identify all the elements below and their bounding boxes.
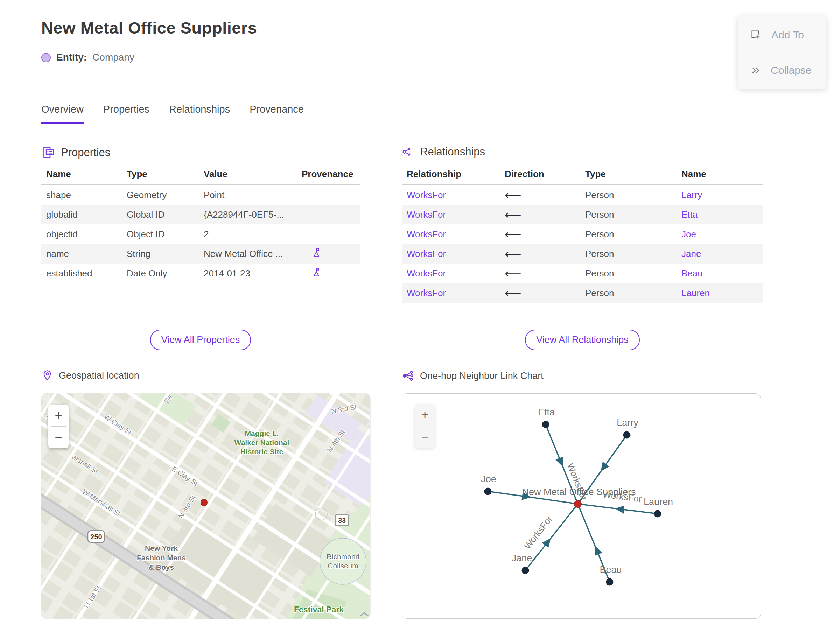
- relationship-link[interactable]: WorksFor: [402, 268, 500, 279]
- graph-node-center[interactable]: [574, 501, 582, 508]
- tab-properties[interactable]: Properties: [103, 103, 150, 124]
- relationships-table: Relationship Direction Type Name WorksFo…: [402, 168, 763, 303]
- entity-detail-page: New Metal Office Suppliers Entity: Compa…: [0, 0, 840, 639]
- zoom-out-button[interactable]: −: [48, 427, 68, 448]
- prop-name: objectid: [41, 229, 122, 240]
- properties-section-header: Properties: [41, 146, 110, 160]
- poi-label: Festival Park: [294, 605, 344, 614]
- rel-type: Person: [580, 268, 676, 279]
- zoom-in-button[interactable]: +: [415, 404, 435, 426]
- entity-link[interactable]: Beau: [676, 268, 763, 279]
- provenance-flag-icon[interactable]: [311, 266, 322, 278]
- relationships-icon: [402, 146, 414, 158]
- prop-name: name: [41, 248, 122, 259]
- direction-arrow: ⟵: [500, 227, 580, 241]
- node-label: Joe: [481, 474, 496, 484]
- entity-type-icon: [41, 53, 51, 62]
- direction-arrow: ⟵: [500, 267, 580, 280]
- poi-label: & Boys: [149, 563, 174, 571]
- node-label: Beau: [600, 564, 622, 575]
- rel-type: Person: [580, 190, 676, 200]
- prop-type: Date Only: [122, 268, 199, 279]
- view-all-relationships-button[interactable]: View All Relationships: [525, 330, 640, 350]
- node-label: Etta: [538, 407, 555, 418]
- properties-heading: Properties: [61, 146, 110, 159]
- direction-arrow: ⟵: [500, 286, 580, 300]
- node-label: Larry: [617, 418, 638, 428]
- edge-label: WorksFor: [522, 514, 555, 551]
- table-row: established Date Only 2014-01-23: [41, 264, 360, 283]
- entity-type-value: Company: [92, 52, 134, 63]
- relationship-link[interactable]: WorksFor: [402, 288, 500, 299]
- geospatial-heading: Geospatial location: [59, 370, 139, 381]
- view-all-relationships-wrap: View All Relationships: [402, 330, 763, 350]
- table-row: WorksFor ⟵ Person Etta: [402, 205, 763, 224]
- col-type: Type: [122, 168, 199, 180]
- view-all-properties-wrap: View All Properties: [41, 330, 360, 350]
- tab-relationships[interactable]: Relationships: [169, 103, 230, 124]
- relationships-heading: Relationships: [420, 146, 485, 158]
- link-chart-graph: WorksFor WorksFor WorksFor New Metal Off…: [402, 394, 760, 618]
- tab-bar: Overview Properties Relationships Proven…: [41, 103, 304, 124]
- provenance-flag-icon[interactable]: [311, 247, 322, 259]
- node-label: Lauren: [644, 497, 673, 507]
- basemap: 250 33 k Rd W Clay St Sa arshall St W Ma…: [41, 393, 370, 619]
- poi-label: Historic Site: [240, 448, 283, 456]
- zoom-in-button[interactable]: +: [48, 405, 68, 426]
- table-row: WorksFor ⟵ Person Jane: [402, 244, 763, 264]
- poi-label: Fashion Mens: [137, 554, 186, 562]
- prop-value: 2: [199, 229, 297, 240]
- graph-node-lauren[interactable]: [654, 510, 661, 517]
- link-chart-icon: [402, 370, 414, 382]
- prop-value: 2014-01-23: [199, 268, 297, 279]
- col-type: Type: [580, 168, 676, 180]
- view-all-properties-button[interactable]: View All Properties: [150, 330, 251, 350]
- entity-link[interactable]: Lauren: [676, 288, 763, 299]
- add-to-icon: [750, 29, 762, 41]
- map-canvas[interactable]: 250 33 k Rd W Clay St Sa arshall St W Ma…: [41, 393, 370, 619]
- prop-name: shape: [41, 190, 122, 200]
- rel-type: Person: [580, 209, 676, 220]
- prop-type: Object ID: [122, 229, 199, 240]
- graph-node-etta[interactable]: [542, 421, 549, 428]
- entity-label: Entity:: [56, 52, 87, 63]
- entity-link[interactable]: Larry: [676, 190, 763, 200]
- collapse-button[interactable]: Collapse: [738, 60, 826, 81]
- relationship-link[interactable]: WorksFor: [402, 209, 500, 220]
- map-marker: [201, 499, 208, 506]
- zoom-out-button[interactable]: −: [415, 426, 435, 448]
- direction-arrow: ⟵: [500, 188, 580, 202]
- entity-link[interactable]: Jane: [676, 248, 763, 259]
- add-to-label: Add To: [772, 29, 804, 41]
- graph-node-larry[interactable]: [624, 431, 630, 439]
- prop-type: String: [122, 248, 199, 259]
- relationship-link[interactable]: WorksFor: [402, 248, 500, 259]
- prop-name: established: [41, 268, 122, 279]
- route-shield-us250: 250: [88, 531, 105, 542]
- relationship-link[interactable]: WorksFor: [402, 190, 500, 200]
- rel-type: Person: [580, 288, 676, 299]
- poi-label: Walker National: [234, 439, 290, 447]
- tab-provenance[interactable]: Provenance: [250, 103, 304, 124]
- rel-type: Person: [580, 229, 676, 240]
- node-label: Jane: [512, 553, 532, 563]
- poi-label: Richmond: [326, 553, 360, 561]
- relationships-table-header: Relationship Direction Type Name: [402, 168, 763, 185]
- add-to-button[interactable]: Add To: [738, 24, 826, 46]
- center-node-label: New Metal Office Suppliers: [522, 487, 636, 497]
- prop-type: Geometry: [122, 190, 199, 200]
- link-chart-heading: One-hop Neighbor Link Chart: [420, 370, 544, 381]
- relationship-link[interactable]: WorksFor: [402, 229, 500, 240]
- link-chart-section-header: One-hop Neighbor Link Chart: [402, 370, 544, 382]
- entity-link[interactable]: Etta: [676, 209, 763, 220]
- link-chart-canvas[interactable]: WorksFor WorksFor WorksFor New Metal Off…: [402, 393, 761, 619]
- graph-node-joe[interactable]: [484, 488, 492, 495]
- graph-node-beau[interactable]: [606, 579, 613, 585]
- entity-link[interactable]: Joe: [676, 229, 763, 240]
- properties-icon: [41, 146, 55, 160]
- col-name: Name: [41, 168, 122, 180]
- prop-value: {A228944F-0EF5-...: [199, 209, 297, 220]
- graph-node-jane[interactable]: [522, 567, 529, 574]
- col-name: Name: [676, 168, 763, 180]
- tab-overview[interactable]: Overview: [41, 103, 84, 124]
